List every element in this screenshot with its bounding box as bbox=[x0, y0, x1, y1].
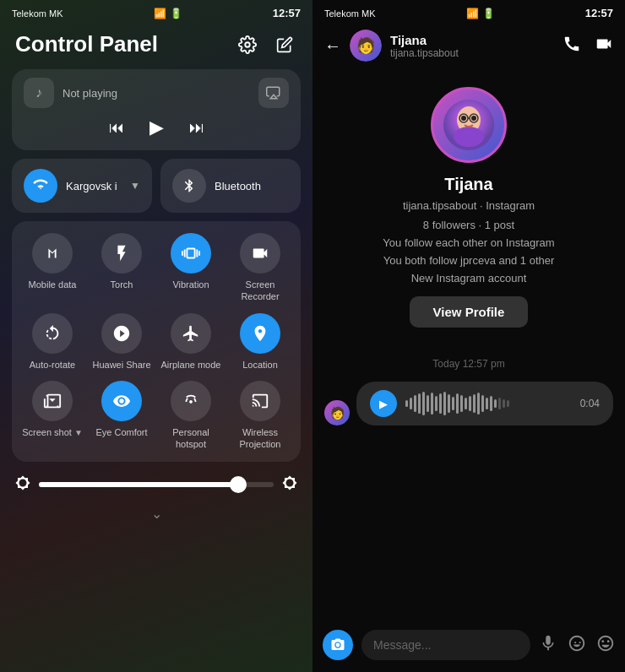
airplane-mode-label: Airplane mode bbox=[161, 359, 221, 371]
eye-comfort-icon bbox=[101, 381, 142, 421]
play-pause-button[interactable]: ▶ bbox=[149, 117, 164, 138]
toggle-screen-recorder[interactable]: Screen Recorder bbox=[228, 233, 292, 303]
svg-point-10 bbox=[336, 643, 340, 648]
screenshot-chevron: ▼ bbox=[74, 428, 83, 437]
audio-duration: 0:04 bbox=[580, 398, 600, 409]
toggle-vibration[interactable]: Vibration bbox=[159, 233, 223, 303]
wifi-name-text: Kargovsk i bbox=[66, 180, 122, 192]
status-icons-right: 📶 🔋 bbox=[466, 8, 495, 19]
profile-new-account: New Instagram account bbox=[411, 272, 527, 285]
carrier-right: Telekom MK bbox=[324, 8, 376, 19]
music-top: ♪ Not playing bbox=[24, 78, 289, 108]
back-button[interactable]: ← bbox=[324, 36, 341, 56]
toggle-airplane-mode[interactable]: Airplane mode bbox=[159, 313, 223, 371]
prev-track-button[interactable]: ⏮ bbox=[109, 119, 124, 137]
screen-recorder-icon bbox=[240, 233, 280, 274]
signal-icon-right: 📶 bbox=[466, 8, 479, 19]
airplay-icon[interactable] bbox=[258, 78, 289, 108]
header-actions bbox=[235, 32, 297, 57]
chat-header-actions bbox=[562, 35, 613, 57]
audio-message: ▶ bbox=[356, 382, 613, 425]
mobile-data-label: Mobile data bbox=[29, 279, 77, 290]
music-controls: ⏮ ▶ ⏭ bbox=[24, 113, 289, 142]
wireless-projection-icon bbox=[240, 381, 280, 421]
camera-button[interactable] bbox=[323, 630, 353, 660]
profile-handle: tijana.tipsabout · Instagram bbox=[403, 199, 535, 212]
auto-rotate-label: Auto-rotate bbox=[30, 359, 75, 371]
chat-timestamp: Today 12:57 pm bbox=[324, 358, 613, 370]
sticker-button[interactable] bbox=[568, 634, 586, 657]
huawei-share-label: Huawei Share bbox=[92, 359, 150, 371]
message-input-wrap[interactable]: Message... bbox=[361, 630, 530, 660]
status-icons-left: 📶 🔋 bbox=[154, 8, 182, 19]
bluetooth-icon bbox=[172, 169, 206, 203]
wifi-card[interactable]: Kargovsk i ▼ bbox=[12, 159, 152, 213]
hotspot-icon bbox=[171, 381, 211, 421]
brightness-slider[interactable] bbox=[39, 482, 274, 487]
chat-panel: Telekom MK 📶 🔋 12:57 ← 🧑 Tijana tijana.t… bbox=[312, 0, 625, 672]
message-row: 🧑 ▶ bbox=[324, 382, 613, 425]
chat-messages: Today 12:57 pm 🧑 ▶ bbox=[312, 341, 625, 621]
huawei-share-icon bbox=[101, 313, 142, 354]
profile-mutual: You follow each other on Instagram bbox=[383, 236, 554, 249]
screen-recorder-label: Screen Recorder bbox=[228, 279, 292, 303]
video-call-button[interactable] bbox=[595, 35, 613, 57]
status-bar-right: Telekom MK 📶 🔋 12:57 bbox=[312, 0, 625, 23]
settings-icon[interactable] bbox=[235, 32, 260, 57]
toggle-screenshot[interactable]: Screen shot ▼ bbox=[20, 381, 84, 451]
edit-icon[interactable] bbox=[272, 32, 297, 57]
chat-input-row: Message... bbox=[312, 621, 625, 672]
toggle-mobile-data[interactable]: Mobile data bbox=[20, 233, 84, 303]
svg-point-4 bbox=[454, 127, 484, 147]
bluetooth-card[interactable]: Bluetooth bbox=[160, 159, 301, 213]
svg-point-0 bbox=[245, 42, 250, 47]
music-status: Not playing bbox=[62, 87, 250, 100]
toggle-torch[interactable]: Torch bbox=[90, 233, 154, 303]
toggle-eye-comfort[interactable]: Eye Comfort bbox=[90, 381, 154, 451]
brightness-control bbox=[12, 470, 301, 499]
toggle-wireless-projection[interactable]: Wireless Projection bbox=[228, 381, 292, 451]
toggle-hotspot[interactable]: Personal hotspot bbox=[159, 381, 223, 451]
profile-mutual2: You both follow jprceva and 1 other bbox=[383, 254, 555, 267]
page-title: Control Panel bbox=[15, 31, 158, 57]
emoji-button[interactable] bbox=[596, 634, 615, 657]
play-audio-button[interactable]: ▶ bbox=[370, 390, 397, 417]
torch-label: Torch bbox=[111, 279, 133, 290]
music-note-icon: ♪ bbox=[24, 78, 54, 108]
toggle-auto-rotate[interactable]: Auto-rotate bbox=[20, 313, 84, 371]
location-label: Location bbox=[242, 359, 278, 371]
expand-chevron-icon[interactable]: ⌄ bbox=[0, 506, 312, 527]
toggle-huawei-share[interactable]: Huawei Share bbox=[90, 313, 154, 371]
torch-icon bbox=[101, 233, 142, 274]
profile-stats: 8 followers · 1 post bbox=[423, 219, 514, 231]
screenshot-icon bbox=[32, 381, 73, 421]
avatar: 🧑 bbox=[350, 30, 382, 62]
avatar-image: 🧑 bbox=[350, 30, 382, 62]
message-avatar: 🧑 bbox=[324, 400, 350, 425]
battery-icon: 🔋 bbox=[170, 8, 182, 19]
chat-header: ← 🧑 Tijana tijana.tipsabout bbox=[312, 23, 625, 70]
view-profile-button[interactable]: View Profile bbox=[410, 296, 529, 328]
svg-point-6 bbox=[471, 116, 476, 121]
brightness-low-icon bbox=[15, 475, 30, 494]
next-track-button[interactable]: ⏭ bbox=[189, 119, 204, 137]
profile-card: Tijana tijana.tipsabout · Instagram 8 fo… bbox=[312, 70, 625, 341]
brightness-fill bbox=[39, 482, 238, 487]
quick-toggles-row: Kargovsk i ▼ Bluetooth bbox=[12, 159, 301, 213]
mic-button[interactable] bbox=[539, 634, 557, 657]
phone-call-button[interactable] bbox=[562, 35, 581, 57]
toggle-grid: Mobile data Torch Vibration bbox=[12, 221, 301, 462]
status-bar-left: Telekom MK 📶 🔋 12:57 bbox=[0, 0, 312, 23]
profile-avatar bbox=[431, 87, 507, 163]
hotspot-label: Personal hotspot bbox=[159, 426, 223, 451]
signal-icon: 📶 bbox=[154, 8, 166, 19]
auto-rotate-icon bbox=[32, 313, 73, 354]
brightness-thumb[interactable] bbox=[230, 476, 247, 493]
airplane-icon bbox=[171, 313, 211, 354]
message-input-placeholder[interactable]: Message... bbox=[373, 638, 431, 652]
vibration-label: Vibration bbox=[172, 279, 209, 290]
toggle-location[interactable]: Location bbox=[228, 313, 292, 371]
control-panel-header: Control Panel bbox=[0, 23, 312, 69]
carrier-left: Telekom MK bbox=[12, 8, 63, 19]
location-icon bbox=[240, 313, 280, 354]
